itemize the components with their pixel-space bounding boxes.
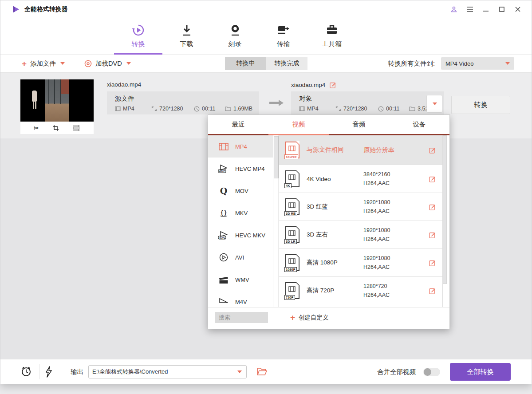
load-dvd-button[interactable]: 加载DVD	[84, 59, 131, 68]
nav-label-transfer: 传输	[277, 40, 290, 48]
edit-preset-icon[interactable]	[429, 203, 436, 211]
crop-icon[interactable]	[52, 125, 59, 131]
preset-3d-red-blue[interactable]: 3D RB 3D 红蓝 1920*1080H264,AAC	[279, 193, 442, 221]
arrow-right-icon	[268, 99, 284, 108]
effects-sliders-icon[interactable]	[72, 125, 80, 131]
burn-disc-icon	[229, 24, 241, 37]
format-item-wmv[interactable]: WMV	[208, 268, 273, 291]
edit-preset-icon[interactable]	[429, 231, 436, 239]
format-item-mov[interactable]: Q MOV	[208, 180, 273, 202]
schedule-clock-icon[interactable]	[20, 366, 32, 379]
chevron-down-icon	[60, 62, 65, 65]
output-label: 输出	[71, 368, 83, 376]
add-files-button[interactable]: + 添加文件	[22, 59, 65, 68]
format-item-avi[interactable]: AVI	[208, 246, 273, 268]
edit-preset-icon[interactable]	[429, 175, 436, 183]
format-item-mp4[interactable]: MP4	[208, 135, 273, 158]
format-label: MKV	[235, 210, 248, 217]
panel-tab-recent[interactable]: 最近	[208, 115, 268, 134]
merge-all-label: 合并全部视频	[377, 368, 416, 376]
nav-tab-convert[interactable]: 转换	[114, 18, 162, 54]
maximize-icon[interactable]	[498, 5, 506, 13]
output-path-select[interactable]: E:\全能格式转换器\Converted	[88, 365, 247, 378]
format-item-m4v[interactable]: M4V	[208, 291, 273, 307]
menu-icon[interactable]	[466, 5, 474, 13]
format-label: HEVC MKV	[235, 232, 265, 239]
edit-preset-icon[interactable]	[429, 146, 436, 154]
nav-tab-download[interactable]: 下载	[162, 18, 211, 54]
preset-codec: H264,AAC	[363, 235, 421, 244]
panel-tab-audio[interactable]: 音频	[329, 115, 389, 134]
preset-3d-left-right[interactable]: 3D LR 3D 左右 1920*1080H264,AAC	[279, 221, 442, 248]
create-custom-label: 创建自定义	[299, 314, 329, 322]
plus-icon: +	[290, 313, 295, 322]
preset-badge: 3D RB	[284, 211, 297, 216]
source-resolution: 720*1280	[159, 106, 183, 112]
nav-label-burn: 刻录	[229, 40, 242, 48]
preset-same-as-source[interactable]: source 与源文件相同 原始分辨率	[279, 135, 442, 165]
nav-tab-toolbox[interactable]: 工具箱	[307, 18, 356, 54]
minimize-icon[interactable]	[482, 5, 490, 13]
preset-4k-video[interactable]: 4K 4K Video 3840*2160H264,AAC	[279, 165, 442, 193]
convert-row-button[interactable]: 转换	[451, 96, 510, 114]
load-dvd-label: 加载DVD	[95, 59, 122, 68]
edit-preset-icon[interactable]	[429, 259, 436, 267]
chevron-down-icon	[126, 62, 131, 65]
output-format-select[interactable]: MP4 Video	[441, 57, 514, 70]
account-icon[interactable]	[450, 5, 458, 13]
nav-tab-transfer[interactable]: 传输	[259, 18, 307, 54]
svg-text:HEVC: HEVC	[219, 170, 225, 173]
source-filename: xiaodao.mp4	[107, 81, 141, 88]
merge-all-toggle[interactable]	[423, 368, 440, 376]
preset-badge: 4K	[284, 183, 292, 188]
high-speed-bolt-icon[interactable]	[45, 366, 53, 379]
panel-tab-device[interactable]: 设备	[389, 115, 449, 134]
format-item-hevc-mkv[interactable]: HEVC HEVC MKV	[208, 224, 273, 246]
source-duration: 00:11	[202, 106, 215, 112]
dvd-icon	[84, 60, 92, 67]
format-item-mkv[interactable]: { } MKV	[208, 202, 273, 224]
preset-badge: 1080P	[284, 267, 297, 272]
search-input[interactable]	[215, 312, 268, 323]
rename-edit-icon[interactable]	[329, 81, 337, 89]
preset-spec: 原始分辨率	[363, 146, 394, 154]
preset-name: 高清 720P	[307, 287, 363, 295]
resolution-icon	[151, 106, 157, 111]
format-icon	[115, 106, 121, 111]
tab-converted[interactable]: 转换完成	[266, 57, 307, 70]
divider	[61, 364, 61, 379]
preset-badge: 720P	[284, 295, 295, 300]
tab-converting[interactable]: 转换中	[225, 57, 266, 70]
trim-scissors-icon[interactable]: ✂	[34, 125, 39, 131]
open-folder-icon[interactable]	[257, 367, 267, 378]
create-custom-button[interactable]: + 创建自定义	[290, 313, 329, 322]
preset-list-scrollbar[interactable]	[442, 135, 447, 307]
format-item-hevc-mp4[interactable]: HEVC HEVC MP4	[208, 158, 273, 180]
video-thumbnail[interactable]: ✂	[20, 79, 94, 134]
4k-file-icon: 4K	[285, 170, 299, 187]
convert-icon	[132, 24, 145, 37]
target-format-dropdown-button[interactable]	[426, 95, 442, 113]
preset-hd-720p[interactable]: 720P 高清 720P 1280*720H264,AAC	[279, 276, 442, 304]
add-files-label: 添加文件	[30, 59, 56, 68]
convert-all-button[interactable]: 全部转换	[450, 363, 511, 381]
format-panel: 最近 视频 音频 设备 MP4 HEVC HEVC MP4 Q MOV	[208, 114, 450, 329]
app-window: 全能格式转换器 转换 下载 刻录 传输	[0, 0, 532, 383]
preset-hd-1080p[interactable]: 1080P 高清 1080P 1920*1080H264,AAC	[279, 248, 442, 276]
preset-codec: H264,AAC	[363, 179, 421, 188]
source-size: 1.69MB	[233, 106, 252, 112]
toggle-knob	[424, 368, 431, 376]
preset-name: 高清 1080P	[307, 259, 363, 267]
divider	[39, 364, 39, 379]
close-icon[interactable]	[514, 5, 522, 13]
target-title: 对象	[299, 95, 444, 103]
panel-tab-video[interactable]: 视频	[268, 115, 329, 134]
format-list: MP4 HEVC HEVC MP4 Q MOV { } MKV HEVC HEV…	[208, 135, 273, 307]
edit-preset-icon[interactable]	[429, 287, 436, 295]
panel-footer: + 创建自定义	[208, 307, 449, 327]
format-list-scrollbar[interactable]	[273, 135, 279, 307]
chevron-down-icon	[433, 102, 437, 105]
convert-all-to-label: 转换所有文件到:	[388, 59, 435, 68]
source-file-icon: source	[285, 142, 299, 158]
nav-tab-burn[interactable]: 刻录	[211, 18, 259, 54]
